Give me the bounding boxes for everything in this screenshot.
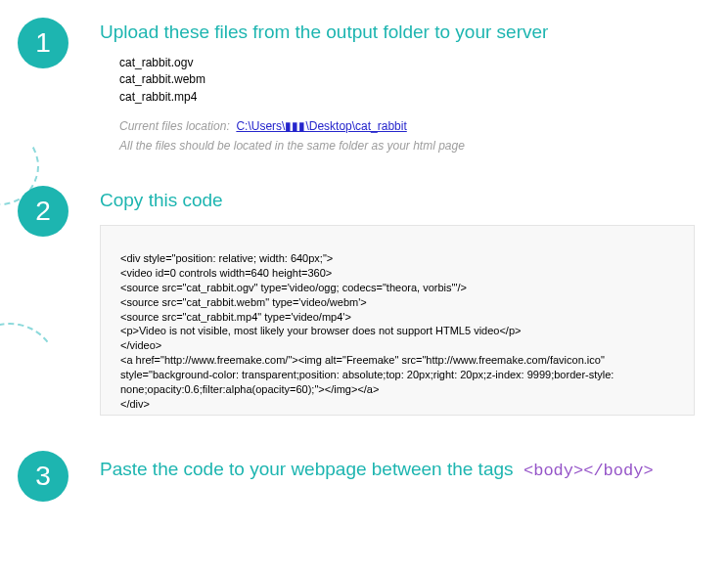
step-2-badge: 2 (18, 186, 68, 237)
step-1-heading: Upload these files from the output folde… (100, 22, 708, 43)
step-1-content: Upload these files from the output folde… (100, 14, 728, 172)
step-2-content: Copy this code <div style="position: rel… (100, 182, 728, 416)
location-label: Current files location: (119, 119, 230, 133)
step-3-section: 3 Paste the code to your webpage between… (0, 447, 728, 502)
step-1-note: All the files should be located in the s… (119, 139, 708, 153)
file-item: cat_rabbit.mp4 (119, 89, 708, 106)
location-row: Current files location: C:\Users\▮▮▮\Des… (119, 119, 708, 133)
body-tags: <body></body> (523, 462, 654, 480)
location-link[interactable]: C:\Users\▮▮▮\Desktop\cat_rabbit (236, 119, 406, 133)
step-1-section: 1 Upload these files from the output fol… (0, 14, 728, 172)
file-item: cat_rabbit.webm (119, 71, 708, 88)
step-3-badge: 3 (18, 451, 68, 502)
step-2-section: 2 Copy this code <div style="position: r… (0, 182, 728, 416)
step-1-badge: 1 (18, 18, 68, 68)
file-list: cat_rabbit.ogv cat_rabbit.webm cat_rabbi… (119, 55, 708, 106)
step-2-heading: Copy this code (100, 190, 708, 211)
step-3-heading: Paste the code to your webpage between t… (100, 459, 514, 479)
code-box[interactable]: <div style="position: relative; width: 6… (100, 225, 695, 416)
file-item: cat_rabbit.ogv (119, 55, 708, 71)
step-3-content: Paste the code to your webpage between t… (100, 447, 728, 480)
